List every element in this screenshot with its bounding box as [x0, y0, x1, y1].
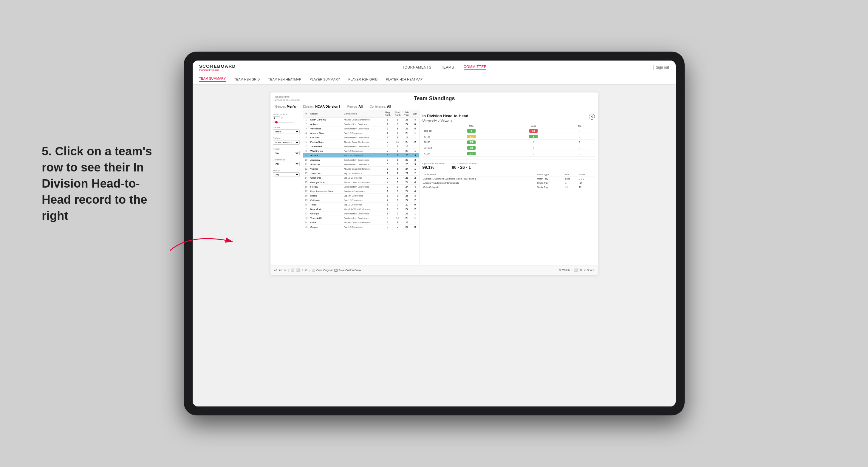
toolbar-icon4[interactable]: ⊙	[305, 269, 307, 272]
panel-body: Minimum Rou... 20 Gender	[271, 110, 598, 265]
pink-arrow-icon	[161, 227, 245, 256]
h2h-col-loss: Loss	[502, 124, 564, 128]
subnav-player-summary[interactable]: PLAYER SUMMARY	[310, 77, 340, 81]
app-panel: Update time: 27/03/2024 16:56:26 Team St…	[270, 92, 598, 275]
h2h-row: 26-50 25 2 1	[423, 139, 595, 145]
update-date: 27/03/2024 16:56:26	[275, 98, 300, 101]
stats-row: Opponents in division: 99.1% W-L-T recor…	[423, 160, 595, 170]
tourney-col-pos: Pos	[564, 173, 578, 177]
save-custom-button[interactable]: 💾 Save Custom View	[334, 269, 361, 272]
update-time-area: Update time: 27/03/2024 16:56:26	[275, 95, 300, 101]
table-row[interactable]: 13 Texas Tech Big 12 Conference 1 9 27 2	[303, 171, 419, 176]
col-rds: RdsTour	[403, 110, 411, 118]
grid-button[interactable]: ⊞	[579, 269, 582, 272]
logo-sub: Powered by clippd	[199, 69, 236, 71]
toolbar-icon3[interactable]: +	[302, 269, 303, 272]
table-row[interactable]: 5 Ole Miss Southeastern Conference 3 6 1…	[303, 135, 419, 140]
nav-right: | Sign out	[653, 65, 669, 70]
table-row[interactable]: 22 Georgia Southeastern Conference 8 7 2…	[303, 212, 419, 216]
subnav-team-h2h-heatmap[interactable]: TEAM H2H HEATMAP	[268, 77, 301, 81]
h2h-title: In Division Head-to-Head	[423, 114, 468, 118]
region-filter: Region: All	[347, 105, 363, 108]
redo-button[interactable]: ↪	[284, 268, 286, 272]
table-row[interactable]: 18 Illinois Big Ten Conference 1 9 23 3	[303, 193, 419, 198]
view-original-button[interactable]: ⬜ View: Original	[312, 269, 333, 272]
undo-button[interactable]: ↩	[274, 268, 277, 272]
table-row[interactable]: 2 Auburn Southeastern Conference 1 9 27 …	[303, 122, 419, 126]
table-row[interactable]: 23 Texas A&M Southeastern Conference 9 1…	[303, 216, 419, 220]
nav-teams[interactable]: TEAMS	[441, 65, 454, 69]
division-select[interactable]: NCAA Division I	[273, 140, 300, 145]
table-row[interactable]: 1 North Carolina Atlantic Coast Conferen…	[303, 118, 419, 122]
table-row[interactable]: 4 Arizona State Pac-12 Conference 4 6 26…	[303, 131, 419, 135]
subnav-player-h2h-heatmap[interactable]: PLAYER H2H HEATMAP	[386, 77, 423, 81]
gender-filter: Gender: Men's	[275, 105, 296, 108]
main-content: Update time: 27/03/2024 16:56:26 Team St…	[193, 85, 676, 406]
h2h-col-win: Win	[440, 124, 502, 128]
h2h-col-tie: Tie	[564, 124, 595, 128]
h2h-row: 51-100 20 3 0	[423, 145, 595, 151]
col-school: School	[309, 110, 343, 118]
subnav-player-h2h-grid[interactable]: PLAYER H2H GRID	[348, 77, 377, 81]
layout-button[interactable]: ⬜	[574, 269, 578, 272]
bottom-toolbar: ↩ ↩ ↪ | ⬜ ⬜ + ⊙ | ⬜ View: Original 💾	[271, 265, 598, 275]
table-row[interactable]: 9 Arizona Pac-12 Conference 5 8 23 3	[303, 153, 419, 158]
share-button[interactable]: ↗ Share	[584, 269, 594, 272]
table-row[interactable]: 10 Alabama Southeastern Conference 5 8 2…	[303, 158, 419, 162]
subnav-team-summary[interactable]: TEAM SUMMARY	[199, 76, 226, 82]
gender-select[interactable]: Men's	[273, 129, 300, 134]
table-row[interactable]: 19 California Pac-12 Conference 4 8 24 2	[303, 198, 419, 203]
sign-out-link[interactable]: Sign out	[656, 65, 669, 69]
table-row[interactable]: 20 Texas Big 12 Conference 3 7 20 0	[303, 203, 419, 207]
wlt-stat: W-L-T record in-division: 86 - 26 - 1	[452, 162, 478, 170]
table-row[interactable]: 3 Vanderbilt Southeastern Conference 2 8…	[303, 126, 419, 131]
col-win: Win	[411, 110, 419, 118]
table-row[interactable]: 12 Virginia Atlantic Coast Conference 3 …	[303, 167, 419, 171]
h2h-header: In Division Head-to-Head University of A…	[423, 114, 595, 122]
region-section: Region N/A	[273, 148, 301, 155]
table-row[interactable]: 21 New Mexico Mountain West Conference 1…	[303, 207, 419, 212]
watch-button[interactable]: 👁 Watch	[559, 269, 570, 272]
min-rounds-input[interactable]	[273, 116, 280, 120]
school-section: School (All)	[273, 169, 301, 177]
table-row[interactable]: 8 Washington Pac-12 Conference 2 8 23 1	[303, 149, 419, 153]
col-conf-rank: ConfRank	[393, 110, 403, 118]
update-time-label: Update time:	[275, 95, 300, 98]
undo2-button[interactable]: ↩	[279, 268, 282, 272]
table-row[interactable]: 14 Oklahoma Big 12 Conference 2 9 26 2	[303, 176, 419, 180]
tournament-row: Arizona Thunderbirds Intercollegiate Str…	[423, 181, 595, 185]
table-row[interactable]: 16 Florida Southeastern Conference 7 9 2…	[303, 185, 419, 189]
nav-committee[interactable]: COMMITTEE	[464, 65, 487, 70]
annotation-text: 5. Click on a team's row to see their In…	[42, 143, 161, 224]
conference-select[interactable]: (All)	[273, 162, 300, 166]
logo-text: SCOREBOARD	[199, 64, 236, 69]
col-conference: Conference	[343, 110, 382, 118]
subnav-team-h2h-grid[interactable]: TEAM H2H GRID	[234, 77, 260, 81]
gender-section: Gender Men's	[273, 126, 301, 134]
standings-table-container: # School Conference RegRank ConfRank Rds…	[303, 110, 420, 265]
tablet-screen: SCOREBOARD Powered by clippd TOURNAMENTS…	[193, 61, 676, 406]
nav-tournaments[interactable]: TOURNAMENTS	[402, 65, 431, 69]
h2h-col-range	[423, 124, 440, 128]
table-row[interactable]: 15 Georgia Tech Atlantic Coast Conferenc…	[303, 180, 419, 185]
table-row[interactable]: 17 East Tennessee State Southern Confere…	[303, 189, 419, 193]
panel-header: Update time: 27/03/2024 16:56:26 Team St…	[271, 92, 598, 103]
tablet-frame: SCOREBOARD Powered by clippd TOURNAMENTS…	[184, 52, 685, 415]
tournament-row: Cabo Collegiate Stroke Play 11 17	[423, 185, 595, 189]
region-select[interactable]: N/A	[273, 151, 300, 155]
school-select[interactable]: (All)	[273, 173, 300, 177]
table-row[interactable]: 25 Oregon Pac-12 Conference 5 7 21 0	[303, 225, 419, 229]
top-nav: SCOREBOARD Powered by clippd TOURNAMENTS…	[193, 61, 676, 74]
table-row[interactable]: 7 Tennessee Southeastern Conference 4 6 …	[303, 144, 419, 149]
tournament-row: Jackson T. Stephens Cup Men's Match-Play…	[423, 177, 595, 181]
min-rounds-section: Minimum Rou... 20	[273, 113, 301, 123]
table-row[interactable]: 6 Florida State Atlantic Coast Conferenc…	[303, 140, 419, 144]
table-row[interactable]: 24 Duke Atlantic Coast Conference 5 9 27…	[303, 220, 419, 225]
h2h-row: >100 27 0 0	[423, 151, 595, 157]
nav-links: TOURNAMENTS TEAMS COMMITTEE	[402, 65, 486, 70]
toolbar-icon2[interactable]: ⬜	[296, 269, 300, 272]
close-button[interactable]: ✕	[589, 114, 595, 120]
toolbar-icon1[interactable]: ⬜	[291, 269, 294, 272]
h2h-panel: In Division Head-to-Head University of A…	[420, 110, 598, 265]
table-row[interactable]: 11 Arkansas Southeastern Conference 6 8 …	[303, 162, 419, 167]
